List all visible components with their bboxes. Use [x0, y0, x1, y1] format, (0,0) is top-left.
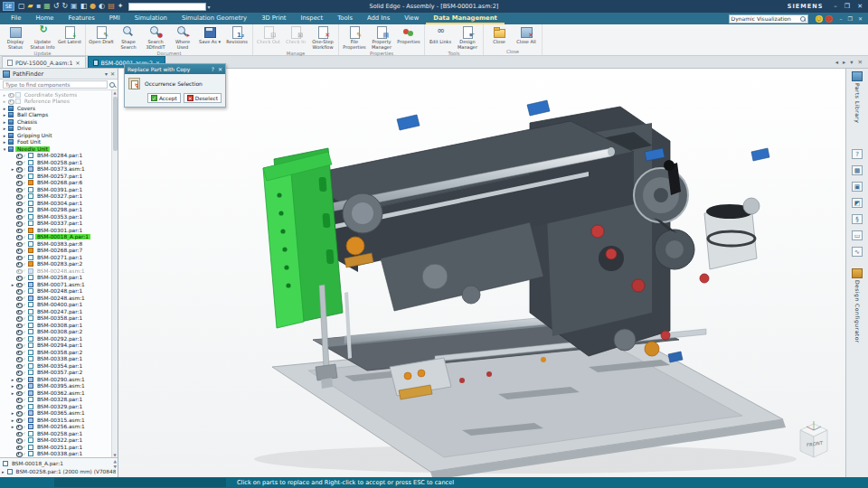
tree-item[interactable]: BSM-00308.par:1 — [0, 322, 111, 329]
close-doc-button[interactable]: Close — [486, 25, 513, 45]
tree-item[interactable]: BSM-00290.asm:1 — [0, 376, 111, 383]
shape-search-button[interactable]: Shape Search — [115, 25, 142, 50]
restore-button[interactable]: ❐ — [844, 3, 850, 10]
tree-item[interactable]: BSM-00315.asm:1 — [0, 417, 111, 424]
tree-item[interactable]: BSM-00248.asm:1 — [0, 295, 111, 302]
command-finder-dropdown-icon[interactable]: ▾ — [207, 4, 210, 10]
visibility-eye-icon[interactable] — [15, 438, 22, 443]
menu-tab[interactable]: File — [4, 14, 28, 24]
display-manager-icon[interactable]: ▭ — [852, 230, 863, 240]
visibility-eye-icon[interactable] — [15, 255, 22, 259]
visibility-eye-icon[interactable] — [15, 228, 22, 232]
tree-item[interactable]: Coordinate Systems — [0, 91, 111, 99]
visibility-eye-icon[interactable] — [15, 221, 22, 226]
tree-item[interactable]: Needle Unit — [0, 145, 111, 153]
visibility-eye-icon[interactable] — [15, 235, 22, 239]
visibility-eye-icon[interactable] — [15, 371, 22, 375]
tree-item[interactable]: BSM-00308.par:2 — [0, 329, 111, 336]
new-document-icon[interactable]: ▢ — [18, 2, 25, 11]
tree-item[interactable]: BSM-00322.par:1 — [0, 437, 111, 445]
expand-arrow-icon[interactable] — [2, 133, 7, 138]
tree-item[interactable]: BSM-00294.par:1 — [0, 343, 111, 350]
where-used-button[interactable]: ▸Where Used — [169, 25, 196, 50]
window-layout-icon[interactable]: ▣ — [852, 182, 863, 192]
dialog-close-icon[interactable]: ✕ — [218, 66, 222, 72]
visible-parts-icon[interactable]: ● — [90, 2, 96, 11]
selection-row[interactable]: BSM-00018_A.par:1 — [2, 459, 116, 467]
tree-item[interactable]: BSM-00354.par:1 — [0, 362, 111, 370]
visibility-eye-icon[interactable] — [15, 309, 22, 314]
visibility-eye-icon[interactable] — [7, 92, 14, 97]
minimize-button[interactable]: – — [834, 3, 837, 10]
tree-item[interactable]: BSM-00395.asm:1 — [0, 383, 111, 390]
visibility-eye-icon[interactable] — [15, 187, 22, 192]
doc-restore-button[interactable]: ❐ — [848, 15, 853, 22]
visibility-eye-icon[interactable] — [15, 350, 22, 354]
tree-item[interactable]: BSM-00018_A.par:1 — [0, 234, 111, 241]
open-icon[interactable]: ▰ — [28, 2, 33, 11]
visibility-eye-icon[interactable] — [7, 99, 14, 104]
visibility-eye-icon[interactable] — [15, 431, 22, 436]
happy-face-icon[interactable]: ☺ — [816, 15, 823, 23]
redo-icon[interactable]: ↻ — [61, 2, 68, 11]
app-logo-icon[interactable]: SE — [3, 2, 14, 11]
tree-item[interactable]: Ball Clamps — [0, 112, 111, 119]
tree-item[interactable]: BSM-00383.par:8 — [0, 240, 111, 248]
replace-part-step-icon[interactable] — [128, 78, 140, 89]
tree-item[interactable]: BSM-00283.par:2 — [0, 261, 111, 268]
visibility-eye-icon[interactable] — [15, 445, 22, 449]
tree-item[interactable]: BSM-00365.asm:1 — [0, 410, 111, 418]
expand-arrow-icon[interactable] — [2, 112, 7, 117]
tree-item[interactable]: BSM-00268.par:7 — [0, 248, 111, 255]
pathfinder-pin-icon[interactable]: ▾ — [105, 70, 108, 77]
menu-tab[interactable]: Features — [61, 14, 101, 24]
tree-item[interactable]: BSM-00284.par:1 — [0, 153, 111, 160]
hide-parts-icon[interactable]: ◐ — [99, 2, 105, 11]
command-finder-input[interactable] — [128, 3, 206, 11]
visibility-eye-icon[interactable] — [15, 289, 22, 294]
visibility-eye-icon[interactable] — [15, 208, 22, 212]
accept-button[interactable]: ✓ Accept — [147, 93, 181, 103]
pathfinder-close-icon[interactable]: ✕ — [110, 70, 115, 77]
red-disc[interactable] — [591, 225, 604, 238]
tab-scroll-left-icon[interactable]: ◂ — [835, 59, 838, 66]
get-latest-button[interactable]: ↓Get Latest — [56, 25, 83, 45]
visibility-eye-icon[interactable] — [15, 160, 22, 164]
tree-item[interactable]: Gripping Unit — [0, 132, 111, 139]
search-3dfindit-button[interactable]: ●Search 3DfindIT — [142, 25, 169, 50]
tree-item[interactable]: BSM-00248.par:1 — [0, 288, 111, 296]
expand-arrow-icon[interactable] — [2, 146, 7, 152]
doc-minimize-button[interactable]: – — [840, 15, 843, 22]
orange-gear[interactable] — [346, 237, 364, 255]
file-properties-button[interactable]: ✎File Properties — [341, 25, 368, 50]
expand-arrow-icon[interactable] — [2, 126, 7, 131]
visibility-eye-icon[interactable] — [15, 167, 22, 172]
tree-item[interactable]: Foot Unit — [0, 139, 111, 146]
visibility-eye-icon[interactable] — [15, 357, 22, 361]
properties-button[interactable]: Properties — [395, 25, 422, 45]
menu-tab[interactable]: View — [397, 14, 426, 24]
visibility-eye-icon[interactable] — [15, 363, 22, 368]
tree-item[interactable]: BSM-00373.asm:1 — [0, 166, 111, 174]
deselect-button[interactable]: ✕ Deselect — [184, 93, 222, 103]
visibility-eye-icon[interactable] — [15, 249, 22, 253]
pathfinder-scrollbar[interactable]: ▲ ▼ — [111, 90, 118, 457]
select-icon[interactable]: ▣ — [71, 2, 78, 11]
tab-close-all-icon[interactable]: ✕ — [858, 59, 863, 66]
design-manager-button[interactable]: ☛Design Manager — [454, 25, 481, 50]
sensors-icon[interactable]: ∿ — [852, 247, 863, 257]
visibility-eye-icon[interactable] — [15, 268, 22, 273]
visibility-eye-icon[interactable] — [15, 390, 22, 395]
tree-item[interactable]: BSM-00362.asm:1 — [0, 389, 111, 397]
tree-item[interactable]: BSM-00258.par:1 — [0, 159, 111, 166]
edit-links-button[interactable]: ∞Edit Links — [427, 25, 454, 45]
visibility-eye-icon[interactable] — [15, 296, 22, 300]
tree-item[interactable]: BSM-00329.par:1 — [0, 403, 111, 410]
document-tab[interactable]: PDV-15000_A.asm:1 ✕ — [2, 56, 86, 68]
tree-item[interactable]: BSM-00327.par:1 — [0, 193, 111, 201]
expand-arrow-icon[interactable] — [2, 119, 7, 125]
tree-item[interactable]: BSM-00292.par:1 — [0, 335, 111, 343]
tree-item[interactable]: BSM-00257.par:1 — [0, 173, 111, 180]
selected-part-green-bracket[interactable] — [263, 148, 343, 328]
visibility-eye-icon[interactable] — [15, 411, 22, 416]
